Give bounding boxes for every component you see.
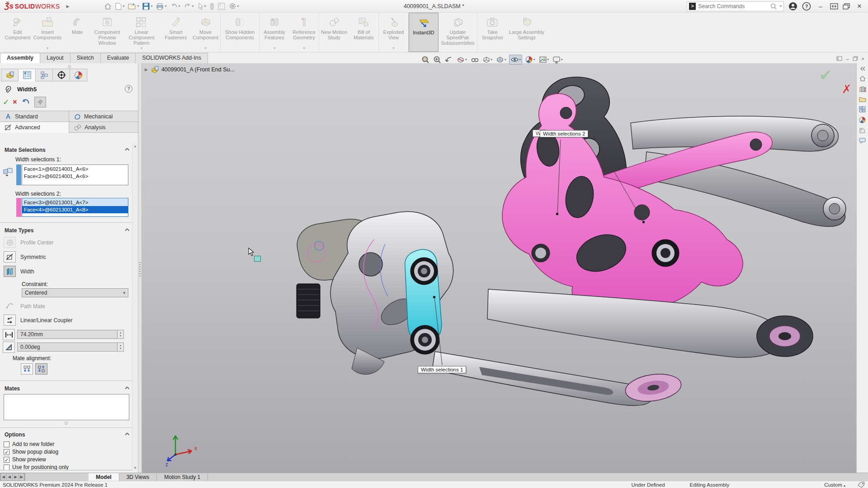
propertymanager-tab[interactable] — [18, 69, 36, 81]
anti-aligned-button[interactable] — [35, 363, 47, 375]
undo-icon[interactable]: ▾ — [169, 1, 182, 12]
child-minimize-icon[interactable]: – — [846, 56, 849, 61]
search-input[interactable] — [698, 3, 768, 9]
hide-show-items-icon[interactable]: ▾ — [509, 55, 523, 65]
zoom-area-icon[interactable] — [432, 55, 442, 64]
angle-spinner[interactable]: ▴▾ — [117, 343, 124, 352]
list-item[interactable]: Face<2>@60214001_A<6> — [22, 173, 128, 180]
display-style-icon[interactable]: ▾ — [495, 55, 507, 64]
view-orientation-icon[interactable]: ▾ — [481, 55, 494, 64]
open-icon[interactable]: ▾ — [127, 1, 140, 12]
tab-3d-views[interactable]: 3D Views — [119, 473, 157, 481]
span-displays-icon[interactable] — [830, 3, 838, 9]
part-cyan-link[interactable] — [405, 249, 442, 354]
checkbox[interactable] — [4, 441, 9, 447]
first-tab-icon[interactable]: ◀ — [0, 473, 6, 481]
collapse-icon[interactable]: ^ — [125, 386, 129, 391]
distance-field[interactable]: 74.20mm — [17, 330, 118, 339]
profile-center-mate[interactable]: Profile Center — [4, 237, 53, 248]
update-speedpak-button[interactable]: !Update SpeedPak Subassemblies — [439, 13, 477, 52]
new-motion-study-button[interactable]: New Motion Study — [319, 13, 349, 52]
assembly-model[interactable]: x z — [142, 63, 856, 473]
solidworks-resources-icon[interactable] — [859, 75, 866, 82]
bill-of-materials-button[interactable]: Bill of Materials — [349, 13, 379, 52]
scroll-down-icon[interactable]: ▾ — [132, 465, 138, 470]
mate-button[interactable]: Mate — [62, 13, 92, 52]
home-icon[interactable] — [103, 1, 113, 12]
option-use-for-positioning-only[interactable]: Use for positioning only — [4, 464, 69, 470]
file-explorer-icon[interactable] — [859, 96, 866, 102]
symmetric-mate[interactable]: Symmetric — [4, 251, 46, 263]
tab-evaluate[interactable]: Evaluate — [100, 53, 136, 63]
width-selections-1-list[interactable]: Face<1>@60214001_A<6> Face<2>@60214001_A… — [22, 164, 128, 185]
configuration-manager-tab[interactable] — [35, 69, 53, 81]
tab-layout[interactable]: Layout — [40, 53, 71, 63]
custom-properties-icon[interactable] — [859, 127, 866, 134]
section-view-icon[interactable]: ▾ — [456, 55, 468, 64]
dynamic-annotation-icon[interactable] — [470, 55, 480, 64]
chevron-down-icon[interactable]: ▾ — [123, 289, 125, 297]
collapse-icon[interactable]: ^ — [125, 147, 129, 153]
child-restore-icon[interactable] — [853, 56, 858, 61]
linear-linear-coupler-mate[interactable]: Linear/Linear Coupler — [4, 314, 72, 326]
list-item-selected[interactable]: Face<4>@60213001_A<8> — [22, 206, 128, 213]
menu-flyout-icon[interactable]: ▶ — [66, 4, 70, 9]
redo-icon[interactable]: ▾ — [183, 1, 195, 12]
list-item[interactable]: Face<3>@60213001_A<7> — [22, 199, 128, 206]
file-properties-icon[interactable] — [217, 1, 226, 12]
mates-list[interactable] — [4, 394, 129, 420]
show-hidden-components-button[interactable]: Show Hidden Components — [221, 13, 259, 52]
view-settings-icon[interactable]: ▾ — [552, 55, 564, 64]
graphics-viewport[interactable]: x z — [142, 63, 856, 473]
tab-mechanical[interactable]: Mechanical — [69, 111, 138, 122]
undo-button[interactable] — [21, 98, 31, 107]
pm-scrollbar[interactable]: ▴ ▾ — [132, 143, 138, 471]
collapse-icon[interactable]: ^ — [125, 432, 129, 437]
search-icon[interactable] — [770, 3, 777, 9]
prev-tab-icon[interactable]: ◀ — [6, 473, 13, 481]
aligned-button[interactable] — [21, 363, 33, 375]
breadcrumb[interactable]: ▶ 40099001_A (Front End Su... — [145, 66, 235, 73]
distance-spinner[interactable]: ▴▾ — [117, 330, 124, 339]
forum-icon[interactable] — [859, 138, 866, 144]
keep-visible-pin-button[interactable] — [34, 97, 46, 108]
assembly-features-button[interactable]: Assembly Features▾ — [259, 13, 289, 52]
tab-advanced[interactable]: Advanced — [0, 122, 69, 133]
close-icon[interactable]: × — [854, 2, 864, 11]
tree-expand-icon[interactable]: ▶ — [145, 67, 148, 72]
ok-button[interactable]: ✓ — [3, 98, 9, 107]
mate-selections-header[interactable]: Mate Selections^ — [0, 145, 133, 155]
component-preview-window-button[interactable]: Component Preview Window — [92, 13, 122, 52]
new-document-icon[interactable]: ▾ — [114, 1, 126, 12]
option-show-popup-dialog[interactable]: ✓Show popup dialog — [4, 449, 58, 455]
tab-sketch[interactable]: Sketch — [70, 53, 101, 63]
account-icon[interactable] — [788, 2, 797, 11]
child-close-icon[interactable]: × — [862, 56, 864, 61]
mate-types-header[interactable]: Mate Types^ — [0, 226, 133, 235]
appearances-scenes-icon[interactable] — [859, 117, 866, 123]
collapse-icon[interactable]: ^ — [125, 228, 129, 233]
confirm-cancel-icon[interactable]: ✗ — [842, 82, 852, 96]
checkbox-checked[interactable]: ✓ — [4, 457, 9, 463]
angle-field[interactable]: 0.00deg — [17, 343, 118, 352]
search-commands-box[interactable]: > ▾ — [687, 1, 784, 11]
tab-assembly[interactable]: Assembly — [0, 53, 40, 63]
task-pane-expand-icon[interactable] — [859, 66, 866, 71]
constraint-dropdown[interactable]: Centered▾ — [22, 288, 128, 297]
save-icon[interactable]: ▾ — [141, 1, 154, 12]
instant3d-button[interactable]: Instant3D — [409, 13, 439, 52]
option-show-preview[interactable]: ✓Show preview — [4, 456, 46, 463]
design-library-icon[interactable] — [859, 86, 866, 92]
next-tab-icon[interactable]: ▶ — [12, 473, 19, 481]
smart-fasteners-button[interactable]: Smart Fasteners — [161, 13, 191, 52]
exploded-view-button[interactable]: Exploded View▾ — [379, 13, 409, 52]
part-bottom-arm[interactable] — [432, 352, 683, 405]
mates-header[interactable]: Mates^ — [0, 384, 133, 393]
confirm-ok-icon[interactable]: ✔ — [819, 66, 832, 84]
tab-solidworks-add-ins[interactable]: SOLIDWORKS Add-Ins — [135, 53, 208, 63]
edit-appearance-icon[interactable]: ▾ — [524, 55, 536, 64]
large-assembly-settings-button[interactable]: Large Assembly Settings — [507, 13, 546, 52]
move-component-button[interactable]: Move Component▾ — [191, 13, 221, 52]
dock-left-icon[interactable] — [836, 56, 842, 61]
tab-standard[interactable]: Standard — [0, 111, 69, 122]
